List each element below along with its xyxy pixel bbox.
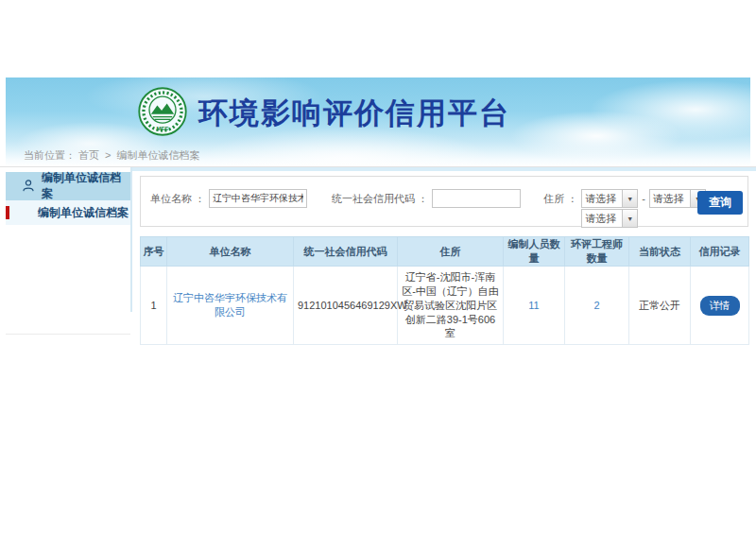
credit-code-input[interactable] [432, 189, 521, 208]
breadcrumb-current: 编制单位诚信档案 [117, 149, 200, 161]
page-title: 环境影响评价信用平台 [198, 94, 510, 133]
sidebar-item-label: 编制单位诚信档案 [38, 205, 129, 221]
col-index: 序号 [141, 237, 167, 267]
page: MEE 环境影响评价信用平台 当前位置：首页 > 编制单位诚信档案 编制单位诚信… [0, 0, 756, 534]
chevron-down-icon[interactable]: ▼ [622, 190, 637, 207]
cell-credit-code: 9121010456469129XW [294, 267, 398, 345]
cell-index: 1 [141, 267, 167, 345]
breadcrumb: 当前位置：首页 > 编制单位诚信档案 [24, 148, 203, 163]
search-panel: 单位名称 ： 统一社会信用代码 ： 住所 ： 请选择 ▼ 请选择 ▼ - [140, 176, 748, 227]
city-select-value: 请选择 [650, 190, 690, 207]
search-row: 单位名称 ： 统一社会信用代码 ： 住所 ： 请选择 ▼ 请选择 ▼ - [141, 189, 747, 208]
col-engineer-count: 环评工程师数量 [565, 237, 629, 267]
credit-code-label: 统一社会信用代码 ： [332, 192, 428, 206]
detail-button[interactable]: 详情 [700, 296, 740, 316]
province-select[interactable]: 请选择 ▼ [581, 189, 638, 208]
breadcrumb-home-link[interactable]: 首页 [78, 149, 99, 161]
svg-text:MEE: MEE [156, 126, 168, 131]
table-header-row: 序号 单位名称 统一社会信用代码 住所 编制人员数量 环评工程师数量 当前状态 … [141, 237, 749, 267]
col-status: 当前状态 [629, 237, 691, 267]
staff-count-link[interactable]: 11 [528, 300, 539, 311]
col-unit-name: 单位名称 [167, 237, 294, 267]
cell-status: 正常公开 [629, 267, 691, 345]
active-marker [6, 206, 9, 219]
col-credit-code: 统一社会信用代码 [294, 237, 398, 267]
brand: MEE 环境影响评价信用平台 [136, 85, 510, 142]
unit-name-link[interactable]: 辽宁中咨华宇环保技术有限公司 [173, 292, 287, 318]
sidebar-separator [130, 167, 132, 312]
cell-address: 辽宁省-沈阳市-浑南区-中国（辽宁）自由贸易试验区沈阳片区创新二路39-1号60… [398, 267, 504, 345]
query-button[interactable]: 查询 [697, 191, 743, 215]
address-select-stack: 请选择 ▼ 请选择 ▼ [581, 189, 638, 208]
address-label: 住所 ： [543, 192, 577, 206]
table-row: 1 辽宁中咨华宇环保技术有限公司 9121010456469129XW 辽宁省-… [141, 267, 749, 345]
result-table: 序号 单位名称 统一社会信用代码 住所 编制人员数量 环评工程师数量 当前状态 … [140, 236, 749, 345]
main-content: 单位名称 ： 统一社会信用代码 ： 住所 ： 请选择 ▼ 请选择 ▼ - [140, 176, 748, 345]
sidebar-section-label: 编制单位诚信档案 [42, 170, 130, 202]
breadcrumb-prefix: 当前位置： [24, 149, 76, 161]
col-staff-count: 编制人员数量 [504, 237, 565, 267]
district-select-value: 请选择 [582, 210, 622, 227]
content-top-strip [132, 167, 756, 171]
dash-separator: - [642, 193, 645, 204]
sidebar-item-credit-archive[interactable]: 编制单位诚信档案 [6, 200, 130, 225]
unit-name-label: 单位名称 ： [150, 192, 205, 206]
header-banner: MEE 环境影响评价信用平台 当前位置：首页 > 编制单位诚信档案 [6, 78, 750, 166]
district-select[interactable]: 请选择 ▼ [581, 209, 638, 228]
chevron-down-icon[interactable]: ▼ [622, 210, 637, 227]
breadcrumb-separator: > [105, 149, 111, 161]
col-address: 住所 [398, 237, 504, 267]
cell-credit-record: 详情 [691, 267, 749, 345]
engineer-count-link[interactable]: 2 [593, 300, 599, 311]
mee-logo-icon: MEE [136, 85, 189, 142]
province-select-value: 请选择 [582, 190, 622, 207]
cell-staff-count: 11 [504, 267, 565, 345]
user-icon [22, 179, 35, 195]
unit-name-input[interactable] [209, 189, 307, 208]
sidebar-section-header[interactable]: 编制单位诚信档案 [6, 172, 130, 200]
sidebar: 编制单位诚信档案 编制单位诚信档案 [6, 172, 130, 335]
cell-engineer-count: 2 [565, 267, 629, 345]
cell-unit-name: 辽宁中咨华宇环保技术有限公司 [167, 267, 294, 345]
col-credit-record: 信用记录 [691, 237, 749, 267]
